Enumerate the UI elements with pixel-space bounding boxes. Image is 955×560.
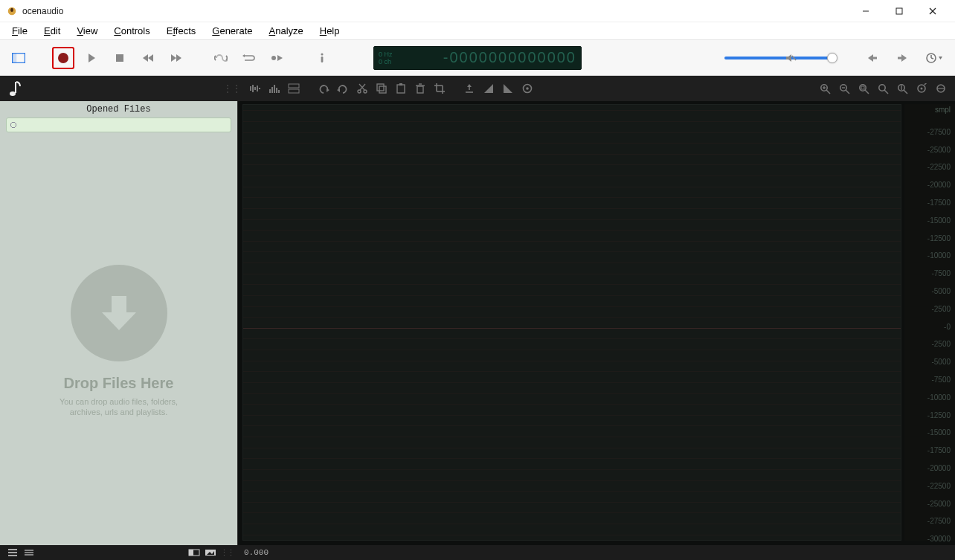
sidebar-header: Opened Files: [0, 101, 237, 118]
svg-rect-37: [274, 85, 275, 93]
svg-point-73: [859, 84, 865, 90]
play-button[interactable]: [80, 47, 103, 69]
window-minimize-button[interactable]: [849, 0, 882, 22]
menu-bar: File Edit View Controls Effects Generate…: [0, 22, 955, 40]
forward-button[interactable]: [165, 47, 187, 69]
sidebar-search-input[interactable]: [6, 118, 231, 132]
svg-rect-51: [399, 83, 402, 86]
silence-button[interactable]: [460, 79, 479, 98]
menu-help[interactable]: Help: [314, 24, 346, 38]
app-title: ocenaudio: [22, 6, 63, 16]
menu-controls[interactable]: Controls: [108, 24, 155, 38]
svg-point-15: [271, 56, 276, 60]
loop-button[interactable]: [210, 47, 232, 69]
svg-rect-40: [289, 84, 299, 88]
svg-marker-12: [171, 54, 176, 62]
crop-button[interactable]: [430, 79, 449, 98]
svg-marker-13: [176, 54, 181, 62]
nav-forward-button[interactable]: [891, 47, 913, 69]
svg-rect-75: [861, 86, 864, 89]
menu-effects[interactable]: Effects: [161, 24, 202, 38]
cut-button[interactable]: [353, 79, 372, 98]
ruler-tick: -5000: [931, 358, 951, 366]
image-display-button[interactable]: [202, 547, 219, 559]
menu-generate[interactable]: Generate: [206, 24, 258, 38]
toggle-sidebar-button[interactable]: [7, 47, 30, 69]
mute-button[interactable]: [779, 47, 802, 69]
zoom-fit-button[interactable]: [873, 79, 893, 98]
svg-rect-18: [321, 57, 324, 62]
ruler-tick: -7500: [931, 269, 951, 277]
zoom-in-button[interactable]: [815, 79, 835, 98]
fade-in-button[interactable]: [479, 79, 498, 98]
sidebar: Opened Files Drop Files Here You can dro…: [0, 101, 238, 545]
ruler-tick: -15000: [927, 216, 951, 225]
undo-button[interactable]: [314, 79, 333, 98]
svg-point-17: [321, 53, 323, 55]
svg-point-45: [364, 90, 367, 93]
menu-view[interactable]: View: [71, 24, 103, 38]
grip-icon[interactable]: ⋮⋮: [219, 548, 235, 558]
svg-marker-14: [242, 54, 245, 57]
download-arrow-icon: [71, 265, 167, 361]
redo-button[interactable]: [333, 79, 353, 98]
combined-view-button[interactable]: [284, 79, 303, 98]
time-display: 0 Hz 0 ch -0000000000000: [373, 46, 582, 70]
main-toolbar: 0 Hz 0 ch -0000000000000: [0, 40, 955, 76]
zoom-selection-button[interactable]: [854, 79, 873, 98]
rewind-button[interactable]: [137, 47, 159, 69]
svg-rect-94: [189, 550, 193, 556]
svg-rect-1: [10, 7, 13, 11]
follow-play-button[interactable]: [266, 47, 289, 69]
svg-rect-48: [377, 84, 384, 91]
selection-display-button[interactable]: [186, 547, 202, 559]
loop-selection-button[interactable]: [238, 47, 260, 69]
display-channels: 0 ch: [379, 58, 393, 65]
zoom-reset-button[interactable]: [912, 79, 931, 98]
normalize-button[interactable]: [518, 79, 537, 98]
svg-rect-39: [278, 90, 280, 93]
waveform-view-button[interactable]: [245, 79, 265, 98]
menu-analyze[interactable]: Analyze: [263, 24, 309, 38]
svg-line-79: [904, 90, 907, 94]
window-maximize-button[interactable]: [882, 0, 916, 22]
menu-edit[interactable]: Edit: [38, 24, 66, 38]
svg-line-26: [931, 58, 933, 59]
ruler-tick: -0: [944, 323, 951, 331]
grip-icon[interactable]: ⋮⋮: [228, 83, 235, 94]
ruler-tick: -10000: [927, 251, 951, 260]
ruler-tick: -22500: [927, 482, 951, 490]
nav-back-button[interactable]: [861, 47, 884, 69]
list-view-icon[interactable]: [4, 549, 21, 556]
spectral-view-button[interactable]: [265, 79, 284, 98]
waveform-canvas[interactable]: [242, 104, 901, 541]
fade-out-button[interactable]: [498, 79, 518, 98]
amplitude-ruler: smpl -27500-25000-22500-20000-17500-1500…: [904, 104, 955, 541]
copy-button[interactable]: [372, 79, 391, 98]
ruler-tick: -2500: [931, 305, 951, 313]
zoom-tool-button[interactable]: [931, 79, 951, 98]
svg-rect-21: [872, 57, 877, 59]
svg-rect-23: [898, 57, 902, 59]
editor-toolbar: ⋮⋮: [0, 76, 955, 101]
ruler-tick: -30000: [927, 535, 951, 543]
drop-zone[interactable]: Drop Files Here You can drop audio files…: [0, 137, 237, 545]
info-button[interactable]: [311, 47, 333, 69]
window-close-button[interactable]: [916, 0, 949, 22]
menu-lines-icon[interactable]: [21, 549, 37, 556]
ruler-tick: -20000: [927, 464, 951, 472]
paste-button[interactable]: [391, 79, 411, 98]
menu-file[interactable]: File: [6, 24, 33, 38]
history-button[interactable]: [921, 47, 948, 69]
zoom-vertical-button[interactable]: [893, 79, 912, 98]
record-button[interactable]: [52, 47, 74, 69]
svg-rect-3: [896, 8, 902, 14]
ruler-tick: -12500: [927, 411, 951, 419]
display-hz: 0 Hz: [379, 51, 393, 58]
waveform-area[interactable]: smpl -27500-25000-22500-20000-17500-1500…: [238, 101, 955, 545]
zoom-out-button[interactable]: [835, 79, 854, 98]
svg-marker-22: [901, 54, 907, 62]
svg-marker-11: [148, 54, 153, 62]
delete-button[interactable]: [411, 79, 430, 98]
stop-button[interactable]: [109, 47, 131, 69]
